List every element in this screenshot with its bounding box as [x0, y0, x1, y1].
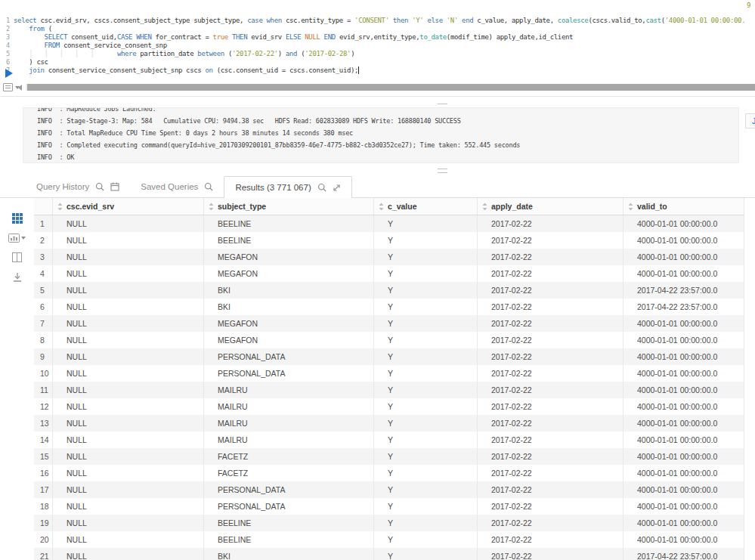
columns-button[interactable] [12, 252, 22, 262]
cell-valid_to: 2017-04-22 23:57:00.0 [623, 282, 744, 299]
sql-token: partition_date [140, 50, 197, 58]
row-number: 2 [34, 232, 53, 249]
table-row[interactable]: 10NULLPERSONAL_DATAY2017-02-224000-01-01… [34, 365, 744, 382]
row-number: 8 [34, 332, 53, 348]
tab-label: Saved Queries [141, 182, 198, 191]
sql-code-area[interactable]: 1select csc.evid_srv, cscs.consent_subje… [0, 17, 755, 75]
sort-icon[interactable] [209, 203, 214, 211]
sql-token: and [286, 50, 301, 58]
sql-token: select [14, 17, 40, 25]
sql-token: on [205, 67, 216, 75]
cell-apply_date: 2017-02-22 [478, 398, 623, 415]
row-number: 5 [34, 282, 53, 299]
cell-c_value: Y [374, 448, 478, 465]
column-header-subject_type[interactable]: subject_type [204, 198, 374, 215]
cell-valid_to: 4000-01-01 00:00:00.0 [623, 432, 744, 448]
tab-results[interactable]: Results (3 771 067) [224, 176, 351, 198]
sql-token: consent_service_consent_snp [63, 42, 167, 50]
sql-token: csc.entity_type = [286, 17, 354, 25]
column-header-c_value[interactable]: c_value [374, 198, 478, 215]
table-row[interactable]: 1NULLBEELINEY2017-02-224000-01-01 00:00:… [34, 215, 744, 232]
table-row[interactable]: 20NULLBEELINEY2017-02-224000-01-01 00:00… [34, 531, 744, 548]
cell-valid_to: 4000-01-01 00:00:00.0 [623, 249, 744, 265]
grid-view-button[interactable] [12, 213, 23, 224]
sql-token: c_value, apply_date, [477, 17, 557, 25]
column-header-apply_date[interactable]: apply_date [478, 198, 623, 215]
download-button[interactable] [12, 272, 23, 283]
search-icon[interactable] [204, 182, 213, 191]
cell-subject_type: BEELINE [204, 515, 374, 531]
table-row[interactable]: 3NULLMEGAFONY2017-02-224000-01-01 00:00:… [34, 249, 744, 265]
calendar-icon[interactable] [110, 182, 119, 191]
table-row[interactable]: 21NULLBKIY2017-02-222017-04-22 23:57:00.… [34, 548, 744, 560]
tab-label: Query History [36, 182, 89, 191]
scroll-left-arrow-icon[interactable] [18, 85, 22, 91]
sort-icon[interactable] [379, 203, 384, 211]
results-tab-bar: Query HistorySaved QueriesResults (3 771… [0, 176, 755, 198]
cell-csc.evid_srv: NULL [53, 282, 204, 299]
table-row[interactable]: 18NULLPERSONAL_DATAY2017-02-224000-01-01… [34, 498, 744, 515]
cell-apply_date: 2017-02-22 [478, 382, 623, 398]
snippet-type-dropdown[interactable] [3, 83, 20, 91]
sort-icon[interactable] [628, 203, 633, 211]
row-number: 11 [34, 382, 53, 398]
cell-c_value: Y [374, 332, 478, 348]
sql-token: join [29, 67, 48, 75]
table-row[interactable]: 7NULLMEGAFONY2017-02-224000-01-01 00:00:… [34, 315, 744, 332]
sql-token: end [458, 17, 477, 25]
column-header-csc.evid_srv[interactable]: csc.evid_srv [53, 198, 204, 215]
sql-token [14, 67, 29, 75]
row-number: 6 [34, 299, 53, 315]
sort-icon[interactable] [482, 203, 487, 211]
scrollbar-thumb[interactable] [27, 84, 755, 91]
table-row[interactable]: 15NULLFACETZY2017-02-224000-01-01 00:00:… [34, 448, 744, 465]
table-row[interactable]: 6NULLBKIY2017-02-222017-04-22 23:57:00.0 [34, 299, 744, 315]
sql-token: then [389, 17, 412, 25]
table-row[interactable]: 8NULLMEGAFONY2017-02-224000-01-01 00:00:… [34, 332, 744, 348]
tab-query-history[interactable]: Query History [26, 176, 130, 197]
sql-token: END [320, 33, 339, 42]
table-row[interactable]: 5NULLBKIY2017-02-222017-04-22 23:57:00.0 [34, 282, 744, 299]
table-row[interactable]: 4NULLMEGAFONY2017-02-224000-01-01 00:00:… [34, 265, 744, 282]
cell-csc.evid_srv: NULL [53, 481, 204, 498]
clipped-editor-glyph: 9 [747, 2, 750, 9]
table-row[interactable]: 12NULLMAILRUY2017-02-224000-01-01 00:00:… [34, 398, 744, 415]
sql-token: consent_uid, [71, 33, 117, 42]
log-line: INFO : Total MapReduce CPU Time Spent: 0… [37, 127, 738, 139]
table-row[interactable]: 17NULLPERSONAL_DATAY2017-02-224000-01-01… [34, 481, 744, 498]
sql-token: (modif_time) apply_date,id_client [447, 33, 573, 42]
table-row[interactable]: 19NULLBEELINEY2017-02-224000-01-01 00:00… [34, 515, 744, 531]
cell-subject_type: PERSONAL_DATA [204, 365, 374, 382]
table-row[interactable]: 14NULLMAILRUY2017-02-224000-01-01 00:00:… [34, 432, 744, 448]
expand-icon[interactable] [333, 184, 341, 192]
resize-grip-bottom[interactable] [438, 169, 447, 173]
row-number-column-header [34, 198, 53, 215]
search-icon[interactable] [95, 182, 104, 191]
sql-token: consent_service_consent_subject_snp cscs [48, 67, 206, 75]
editor-horizontal-scrollbar[interactable] [18, 84, 755, 91]
run-query-button[interactable] [5, 69, 13, 78]
cell-valid_to: 4000-01-01 00:00:00.0 [623, 265, 744, 282]
cell-c_value: Y [374, 282, 478, 299]
sql-token: SELECT [45, 33, 71, 42]
tab-saved-queries[interactable]: Saved Queries [130, 176, 224, 197]
table-row[interactable]: 11NULLMAILRUY2017-02-224000-01-01 00:00:… [34, 382, 744, 398]
cell-subject_type: BEELINE [204, 531, 374, 548]
log-output-panel: INFO : MapReduce Jobs Launched:INFO : St… [23, 107, 739, 163]
column-header-valid_to[interactable]: valid_to [623, 198, 744, 215]
table-row[interactable]: 16NULLFACETZY2017-02-224000-01-01 00:00:… [34, 465, 744, 481]
line-number: 5 [0, 50, 10, 58]
table-row[interactable]: 9NULLPERSONAL_DATAY2017-02-224000-01-01 … [34, 348, 744, 365]
jobs-button[interactable]: Jobs [745, 113, 755, 128]
table-row[interactable]: 2NULLBEELINEY2017-02-224000-01-01 00:00:… [34, 232, 744, 249]
grid-icon [12, 213, 23, 224]
cell-apply_date: 2017-02-22 [478, 232, 623, 249]
cell-valid_to: 2017-04-22 23:57:00.0 [623, 299, 744, 315]
sort-icon[interactable] [57, 203, 63, 211]
chart-view-dropdown-button[interactable] [8, 234, 26, 243]
sql-token: else [423, 17, 446, 25]
search-icon[interactable] [317, 183, 326, 192]
table-row[interactable]: 13NULLMAILRUY2017-02-224000-01-01 00:00:… [34, 415, 744, 432]
cell-subject_type: BKI [204, 282, 374, 299]
cell-valid_to: 4000-01-01 00:00:00.0 [623, 531, 744, 548]
